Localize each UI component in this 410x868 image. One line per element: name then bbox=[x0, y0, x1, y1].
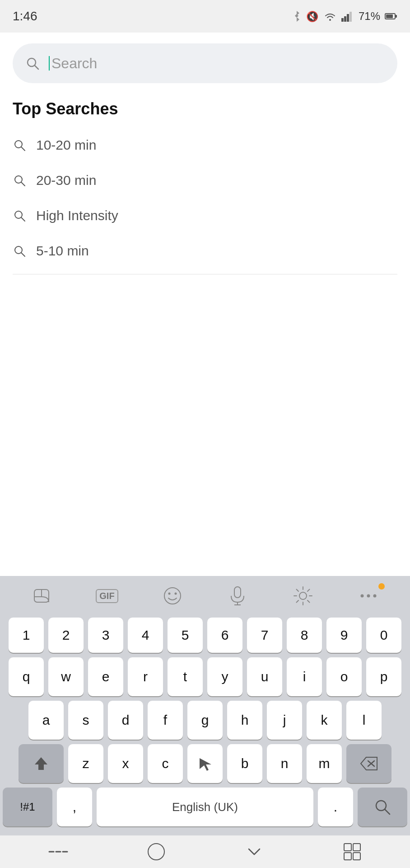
status-bar: 1:46 🔇 71% bbox=[0, 0, 410, 33]
grid-nav-button[interactable] bbox=[325, 838, 379, 865]
keyboard-rows: 1 2 3 4 5 6 7 8 9 0 q w e r t y u i o p … bbox=[0, 616, 410, 835]
battery-text: 71% bbox=[359, 10, 380, 23]
svg-line-10 bbox=[35, 66, 38, 69]
key-5[interactable]: 5 bbox=[168, 618, 203, 653]
key-a[interactable]: a bbox=[28, 701, 64, 740]
key-p[interactable]: p bbox=[366, 657, 401, 696]
search-item-2[interactable]: 20-30 min bbox=[13, 163, 397, 198]
shift-key[interactable] bbox=[19, 744, 64, 783]
key-i[interactable]: i bbox=[287, 657, 322, 696]
key-e[interactable]: e bbox=[88, 657, 123, 696]
backspace-key[interactable] bbox=[346, 744, 391, 783]
key-w[interactable]: w bbox=[48, 657, 84, 696]
space-key[interactable]: English (UK) bbox=[97, 788, 313, 826]
keyboard-area: GIF bbox=[0, 576, 410, 868]
svg-rect-25 bbox=[234, 587, 241, 598]
down-nav-button[interactable] bbox=[227, 838, 281, 865]
svg-point-31 bbox=[373, 594, 376, 598]
key-j[interactable]: j bbox=[267, 701, 302, 740]
key-cursor[interactable] bbox=[187, 744, 223, 783]
key-h[interactable]: h bbox=[227, 701, 262, 740]
top-searches-title: Top Searches bbox=[13, 99, 397, 118]
settings-button[interactable] bbox=[285, 581, 321, 610]
search-key[interactable] bbox=[358, 788, 407, 826]
search-item-4[interactable]: 5-10 min bbox=[13, 233, 397, 269]
emoji-button[interactable] bbox=[154, 581, 191, 610]
key-b[interactable]: b bbox=[227, 744, 262, 783]
key-4[interactable]: 4 bbox=[128, 618, 163, 653]
key-c[interactable]: c bbox=[148, 744, 183, 783]
key-7[interactable]: 7 bbox=[247, 618, 282, 653]
svg-point-24 bbox=[174, 593, 177, 595]
search-item-1[interactable]: 10-20 min bbox=[13, 127, 397, 163]
key-9[interactable]: 9 bbox=[326, 618, 362, 653]
svg-rect-3 bbox=[344, 16, 346, 22]
search-input[interactable]: Search bbox=[48, 55, 385, 72]
key-y[interactable]: y bbox=[207, 657, 242, 696]
battery-icon bbox=[385, 12, 397, 20]
home-nav-button[interactable] bbox=[129, 838, 183, 865]
search-bar[interactable]: Search bbox=[13, 43, 397, 83]
comma-key[interactable]: , bbox=[57, 788, 92, 826]
key-t[interactable]: t bbox=[168, 657, 203, 696]
key-f[interactable]: f bbox=[148, 701, 183, 740]
svg-rect-43 bbox=[344, 853, 351, 860]
key-3[interactable]: 3 bbox=[88, 618, 123, 653]
svg-rect-5 bbox=[349, 12, 352, 22]
key-r[interactable]: r bbox=[128, 657, 163, 696]
key-g[interactable]: g bbox=[187, 701, 223, 740]
svg-point-23 bbox=[168, 593, 170, 595]
asdf-row: a s d f g h j k l bbox=[3, 701, 407, 740]
period-key[interactable]: . bbox=[318, 788, 353, 826]
space-row: !#1 , English (UK) . bbox=[3, 788, 407, 826]
bottom-nav-bar bbox=[0, 835, 410, 868]
section-divider bbox=[13, 274, 397, 274]
key-6[interactable]: 6 bbox=[207, 618, 242, 653]
top-searches-section: Top Searches 10-20 min 20-30 min bbox=[13, 99, 397, 274]
more-button[interactable] bbox=[350, 581, 387, 610]
number-row: 1 2 3 4 5 6 7 8 9 0 bbox=[3, 618, 407, 653]
status-icons: 🔇 71% bbox=[292, 10, 397, 23]
status-time: 1:46 bbox=[13, 9, 37, 24]
search-bar-icon bbox=[25, 56, 40, 71]
text-cursor bbox=[49, 56, 50, 71]
key-k[interactable]: k bbox=[307, 701, 342, 740]
svg-line-14 bbox=[21, 182, 25, 186]
svg-line-16 bbox=[21, 217, 25, 221]
key-0[interactable]: 0 bbox=[366, 618, 401, 653]
svg-rect-44 bbox=[353, 853, 360, 860]
key-2[interactable]: 2 bbox=[48, 618, 84, 653]
back-nav-button[interactable] bbox=[31, 838, 85, 865]
key-8[interactable]: 8 bbox=[287, 618, 322, 653]
sticker-button[interactable] bbox=[23, 581, 60, 610]
symbols-key[interactable]: !#1 bbox=[3, 788, 52, 826]
svg-point-22 bbox=[164, 588, 181, 604]
search-placeholder: Search bbox=[51, 55, 97, 72]
key-s[interactable]: s bbox=[68, 701, 103, 740]
zxcv-row: z x c b n m bbox=[3, 744, 407, 783]
svg-text:🔇: 🔇 bbox=[306, 10, 319, 23]
key-o[interactable]: o bbox=[326, 657, 362, 696]
mic-button[interactable] bbox=[219, 581, 256, 610]
key-l[interactable]: l bbox=[346, 701, 382, 740]
svg-line-36 bbox=[385, 809, 390, 814]
key-d[interactable]: d bbox=[108, 701, 143, 740]
key-n[interactable]: n bbox=[267, 744, 302, 783]
key-q[interactable]: q bbox=[9, 657, 44, 696]
svg-rect-42 bbox=[353, 844, 360, 851]
search-item-1-label: 10-20 min bbox=[36, 137, 96, 153]
search-item-2-icon bbox=[13, 174, 26, 187]
key-1[interactable]: 1 bbox=[9, 618, 44, 653]
search-item-3[interactable]: High Intensity bbox=[13, 198, 397, 233]
key-z[interactable]: z bbox=[68, 744, 103, 783]
svg-rect-4 bbox=[347, 14, 349, 22]
key-u[interactable]: u bbox=[247, 657, 282, 696]
gif-button[interactable]: GIF bbox=[89, 581, 125, 610]
key-x[interactable]: x bbox=[108, 744, 143, 783]
svg-line-18 bbox=[21, 253, 25, 256]
key-m[interactable]: m bbox=[307, 744, 342, 783]
svg-point-29 bbox=[360, 594, 363, 598]
svg-rect-41 bbox=[344, 844, 351, 851]
notification-dot bbox=[378, 583, 385, 590]
svg-rect-2 bbox=[341, 18, 344, 22]
